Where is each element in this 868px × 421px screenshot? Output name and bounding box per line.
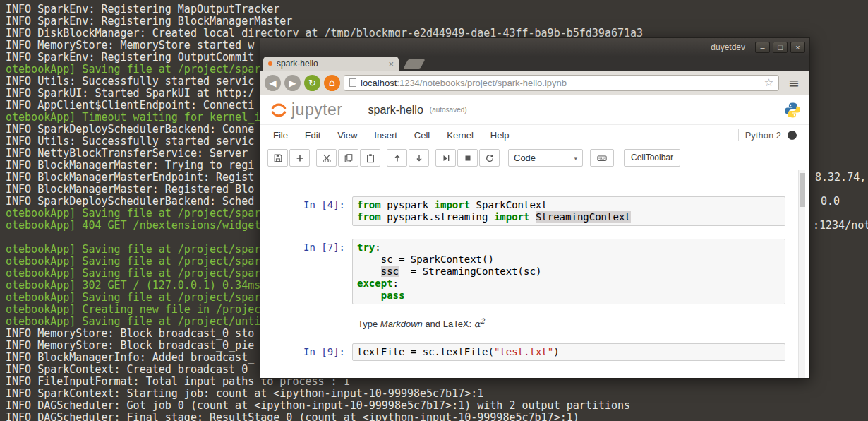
arrow-up-icon xyxy=(392,153,402,163)
jupyter-logo[interactable]: jupyter xyxy=(269,100,343,120)
cell-type-select[interactable]: Code ▾ xyxy=(508,149,583,167)
move-cell-up-button[interactable] xyxy=(387,149,407,167)
address-bar[interactable]: localhost:1234/notebooks/project/spark-h… xyxy=(344,75,779,91)
desktop: INFO SparkEnv: Registering MapOutputTrac… xyxy=(0,0,868,421)
kernel-area: Python 2 xyxy=(738,129,797,141)
minimize-button[interactable]: – xyxy=(755,42,770,53)
url-path: :1234/notebooks/project/spark-hello.ipyn… xyxy=(397,78,567,88)
terminal-log-line: INFO SparkEnv: Registering BlockManagerM… xyxy=(6,16,643,28)
interrupt-kernel-button[interactable] xyxy=(457,149,478,167)
code-cell[interactable]: In [4]: from pyspark import SparkContext… xyxy=(260,196,809,226)
menu-item-kernel[interactable]: Kernel xyxy=(447,130,474,141)
bookmark-star-icon[interactable]: ☆ xyxy=(764,76,773,89)
run-cell-button[interactable] xyxy=(435,149,456,167)
notebook-header: jupyter spark-hello (autosaved) xyxy=(260,95,809,125)
cell-prompt: In [7]: xyxy=(260,239,352,254)
run-icon xyxy=(441,153,451,163)
menu-item-insert[interactable]: Insert xyxy=(374,130,397,141)
terminal-log-fragment: :1234/not xyxy=(813,220,868,232)
keyboard-icon xyxy=(596,153,608,163)
new-tab-button[interactable] xyxy=(404,59,426,69)
cell-code[interactable]: try: sc = SparkContext() ssc = Streaming… xyxy=(352,239,785,304)
notebook-title[interactable]: spark-hello xyxy=(368,104,423,117)
markdown-word: Markdown xyxy=(380,319,423,329)
move-cell-down-button[interactable] xyxy=(409,149,429,167)
jupyter-page: jupyter spark-hello (autosaved) FileEdit… xyxy=(260,95,809,378)
markdown-cell[interactable]: Type Markdown and LaTeX: α2 xyxy=(358,317,785,329)
back-button[interactable]: ◀ xyxy=(265,75,281,91)
cell-prompt: In [9]: xyxy=(260,343,352,358)
terminal-log-line: INFO SparkContext: Starting job: count a… xyxy=(6,388,643,400)
notebook-area: In [4]: from pyspark import SparkContext… xyxy=(260,170,809,378)
paste-cell-button[interactable] xyxy=(360,149,380,167)
url-host: localhost xyxy=(361,78,397,88)
autosave-status: (autosaved) xyxy=(430,106,467,114)
save-button[interactable] xyxy=(267,149,288,167)
page-icon xyxy=(349,78,356,87)
reload-button[interactable]: ↻ xyxy=(304,75,320,91)
notebook-menu-items: FileEditViewInsertCellKernelHelp xyxy=(273,130,526,141)
browser-window: duyetdev – □ × spark-hello × ◀ ▶ ↻ ⌂ loc… xyxy=(260,37,810,379)
kernel-name: Python 2 xyxy=(745,130,781,141)
tab-close-icon[interactable]: × xyxy=(388,59,394,69)
menu-item-cell[interactable]: Cell xyxy=(414,130,430,141)
window-titlebar[interactable]: duyetdev – □ × xyxy=(260,38,809,57)
alpha-symbol: α xyxy=(474,319,481,329)
tab-strip: spark-hello × xyxy=(260,57,809,71)
browser-menu-icon[interactable]: ≡ xyxy=(783,71,805,95)
kernel-busy-indicator-icon xyxy=(788,131,797,140)
url-text[interactable]: localhost:1234/notebooks/project/spark-h… xyxy=(361,78,760,88)
cell-type-value: Code xyxy=(514,153,536,163)
tab-title: spark-hello xyxy=(277,59,384,69)
menu-item-file[interactable]: File xyxy=(273,130,288,141)
close-button[interactable]: × xyxy=(790,42,805,53)
kernel-divider xyxy=(738,129,739,141)
markdown-text-prefix: Type xyxy=(358,319,380,329)
menu-item-help[interactable]: Help xyxy=(490,130,510,141)
menu-item-view[interactable]: View xyxy=(337,130,357,141)
notebook-menubar: FileEditViewInsertCellKernelHelp Python … xyxy=(260,125,809,146)
maximize-button[interactable]: □ xyxy=(773,42,788,53)
notebook-scrollbar[interactable] xyxy=(798,170,805,378)
browser-tab[interactable]: spark-hello × xyxy=(263,57,399,71)
cell-prompt: In [4]: xyxy=(260,196,352,211)
python-logo-icon xyxy=(784,102,801,119)
paste-icon xyxy=(366,153,375,163)
cut-cell-button[interactable] xyxy=(316,149,337,167)
command-palette-button[interactable] xyxy=(590,149,614,167)
terminal-log-fragment: 0.0 xyxy=(821,196,840,208)
scrollbar-thumb[interactable] xyxy=(800,173,805,207)
jupyter-logo-icon xyxy=(269,100,289,120)
terminal-log-fragment: 8.32.74, xyxy=(815,172,866,184)
arrow-down-icon xyxy=(414,153,424,163)
forward-button[interactable]: ▶ xyxy=(284,75,301,91)
browser-toolbar: ◀ ▶ ↻ ⌂ localhost:1234/notebooks/project… xyxy=(260,71,809,95)
add-cell-button[interactable] xyxy=(289,149,310,167)
code-cell[interactable]: In [9]: textFile = sc.textFile("test.txt… xyxy=(260,343,809,361)
terminal-log-line: INFO DAGScheduler: Final stage: ResultSt… xyxy=(6,412,643,421)
window-title: duyetdev xyxy=(711,42,745,52)
home-button[interactable]: ⌂ xyxy=(324,75,340,91)
copy-cell-button[interactable] xyxy=(338,149,358,167)
save-icon xyxy=(273,153,283,163)
restart-icon xyxy=(485,153,495,163)
celltoolbar-button[interactable]: CellToolbar xyxy=(624,149,680,167)
jupyter-logo-text: jupyter xyxy=(291,100,343,119)
cell-code[interactable]: from pyspark import SparkContextfrom pys… xyxy=(352,196,785,226)
menu-item-edit[interactable]: Edit xyxy=(305,130,320,141)
stop-icon xyxy=(463,153,473,163)
chevron-down-icon: ▾ xyxy=(574,155,577,162)
jupyter-favicon-icon xyxy=(268,61,272,66)
notebook-toolbar: Code ▾ CellToolbar xyxy=(260,146,809,170)
scissors-icon xyxy=(322,153,332,163)
copy-icon xyxy=(344,153,354,163)
alpha-exponent: 2 xyxy=(481,317,485,325)
latex-alpha-squared: α2 xyxy=(474,319,485,329)
code-cell[interactable]: In [7]: try: sc = SparkContext() ssc = S… xyxy=(260,239,809,304)
terminal-log-line: INFO SparkEnv: Registering MapOutputTrac… xyxy=(6,4,643,16)
markdown-text-middle: and LaTeX: xyxy=(423,319,474,329)
cell-code[interactable]: textFile = sc.textFile("test.txt") xyxy=(352,343,785,361)
restart-kernel-button[interactable] xyxy=(479,149,500,167)
terminal-log-line: INFO DAGScheduler: Got job 0 (count at <… xyxy=(6,400,643,412)
plus-icon xyxy=(295,153,305,163)
